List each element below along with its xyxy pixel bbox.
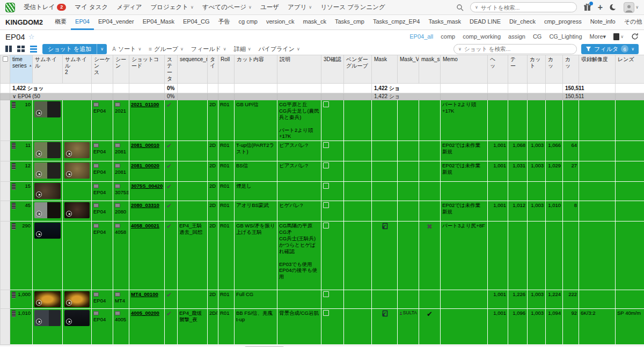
row-select-gutter[interactable] — [1, 100, 10, 141]
cell-memo[interactable] — [441, 309, 488, 345]
play-icon[interactable] — [66, 151, 72, 157]
drag-handle-icon[interactable] — [12, 223, 16, 230]
cell-roll[interactable]: R01 — [218, 309, 235, 345]
cell-mask-v[interactable] — [398, 201, 419, 222]
cell-mask[interactable] — [372, 182, 398, 201]
tab-ep04[interactable]: EP04 — [71, 15, 94, 30]
cell-duration[interactable]: 64 — [563, 141, 579, 161]
col-header-mask[interactable]: Mask — [372, 55, 398, 84]
cell-mask[interactable] — [372, 141, 398, 161]
col-header-cut_content[interactable]: カット内容 — [235, 55, 277, 84]
tab-ep04-mask[interactable]: EP04_Mask — [138, 15, 179, 30]
cell-mask[interactable] — [372, 222, 398, 290]
select-all-checkbox[interactable] — [3, 56, 8, 62]
cell-cut-content[interactable]: BB FS/信、羌瘣 t-up — [235, 309, 277, 345]
cell-mask-s[interactable] — [419, 141, 441, 161]
cell-mask-s[interactable] — [419, 161, 441, 182]
shot-thumbnail[interactable] — [64, 163, 90, 179]
cell-shot-code[interactable]: 4058_00021 — [129, 222, 165, 290]
cell-cut-in[interactable] — [528, 222, 546, 290]
cell-resolution[interactable] — [579, 141, 616, 161]
cell-sequence-n[interactable]: EP4_王騎過去_回想 — [178, 222, 208, 290]
tab-dir-check[interactable]: Dir_check — [505, 15, 540, 30]
drag-handle-icon[interactable] — [12, 102, 16, 108]
cell-sequence-n[interactable]: EP4_龐煖襲撃_夜 — [178, 309, 208, 345]
cell-thumbnail2[interactable] — [63, 182, 92, 201]
col-header-cut_out[interactable]: カ ッ — [546, 55, 563, 84]
play-icon[interactable] — [36, 110, 42, 116]
shot-thumbnail[interactable] — [64, 291, 90, 307]
cell-sequence-n[interactable] — [178, 100, 208, 141]
col-header-sequence_n[interactable]: sequence_n... — [178, 55, 208, 84]
col-header-head[interactable]: ヘ ッ — [488, 55, 508, 84]
shot-search-input[interactable] — [464, 46, 555, 52]
cell-lens[interactable] — [616, 141, 644, 161]
cell-id[interactable]: 1,000 — [10, 290, 33, 309]
shot-thumbnail[interactable] — [64, 142, 90, 158]
cell-type[interactable]: 2D — [208, 100, 218, 141]
cell-tail[interactable]: 1,068 — [508, 141, 528, 161]
tab-more[interactable]: その他∨ — [620, 18, 644, 27]
cell-shot-code[interactable]: MT4_00100 — [129, 290, 165, 309]
menu-詳細[interactable]: 詳細∨ — [234, 45, 251, 53]
cell-mask-s[interactable]: ✔ — [419, 309, 441, 345]
cell-lens[interactable]: SP 40m/m — [616, 309, 644, 345]
drag-handle-icon[interactable] — [12, 292, 16, 298]
cell-resolution[interactable]: 6K/3:2 — [579, 309, 616, 345]
cell-status[interactable]: ✔ — [165, 222, 178, 290]
cell-scene[interactable]: 2080 — [113, 201, 129, 222]
cell-cut-out[interactable]: 1,029 — [546, 161, 563, 182]
cell-thumbnail[interactable] — [33, 290, 63, 309]
cell-memo[interactable]: EP02では未作業 新規 — [441, 141, 488, 161]
top-nav-item[interactable]: リソース プランニング — [320, 3, 385, 11]
shot-thumbnail[interactable] — [34, 310, 61, 326]
cell-sequence[interactable]: EP04 — [92, 161, 113, 182]
shot-thumbnail[interactable] — [64, 310, 90, 326]
cell-sequence[interactable]: EP04 — [92, 290, 113, 309]
cell-head[interactable] — [488, 182, 508, 201]
top-nav-item[interactable]: 受信トレイ2 — [24, 3, 66, 11]
cell-thumbnail[interactable] — [33, 100, 63, 141]
cell-cut-content[interactable]: BS信 — [235, 161, 277, 182]
cell-tail[interactable] — [508, 222, 528, 290]
cell-type[interactable]: 2D — [208, 290, 218, 309]
cell-thumbnail[interactable] — [33, 309, 63, 345]
cell-cut-content[interactable]: Full CG — [235, 290, 277, 309]
cell-memo[interactable]: EP02では未作業 新規 — [441, 201, 488, 222]
top-nav-item[interactable]: ユーザ — [260, 3, 279, 11]
cell-mask-v[interactable] — [398, 222, 419, 290]
create-plus-icon[interactable]: + — [598, 4, 603, 11]
shotgrid-logo-icon[interactable] — [5, 3, 15, 12]
row-select-gutter[interactable] — [1, 141, 10, 161]
view-comp_working[interactable]: comp_working — [463, 33, 501, 40]
col-header-shot_code[interactable]: ショットコ ード — [129, 55, 165, 84]
top-nav-item[interactable]: すべてのページ∨ — [202, 3, 252, 11]
cell-tail[interactable]: 1,031 — [508, 161, 528, 182]
col-header-roll[interactable]: Roll — [218, 55, 235, 84]
cell-mask[interactable] — [372, 100, 398, 141]
row-select-gutter[interactable] — [1, 161, 10, 182]
col-header-lens[interactable]: レンズ — [616, 55, 644, 84]
tab-mask-ck[interactable]: mask_ck — [299, 15, 331, 30]
view-list-icon[interactable] — [30, 46, 37, 53]
cell-id[interactable]: 11 — [10, 141, 33, 161]
cell-mask[interactable] — [372, 309, 398, 345]
cell-sequence-n[interactable] — [178, 182, 208, 201]
site-search[interactable]: ∨ — [470, 2, 577, 12]
cell-status[interactable]: ✔ — [165, 141, 178, 161]
3d-checkbox[interactable] — [323, 163, 329, 168]
cell-description[interactable] — [277, 182, 321, 201]
cell-vendor-group[interactable] — [344, 290, 372, 309]
cell-head[interactable]: 1,001 — [488, 161, 508, 182]
col-header-resolution[interactable]: 収録解像度 — [579, 55, 616, 84]
cell-roll[interactable]: R01 — [218, 201, 235, 222]
row-select-gutter[interactable] — [1, 309, 10, 345]
cell-thumbnail2[interactable] — [63, 141, 92, 161]
view-cg[interactable]: CG — [533, 33, 542, 40]
cell-cut-out[interactable] — [546, 182, 563, 201]
refresh-icon[interactable] — [631, 33, 639, 40]
col-header-scene[interactable]: シーン — [113, 55, 129, 84]
cell-thumbnail2[interactable] — [63, 309, 92, 345]
cell-description[interactable]: ピアスバレ? — [277, 161, 321, 182]
cell-roll[interactable]: R01 — [218, 182, 235, 201]
